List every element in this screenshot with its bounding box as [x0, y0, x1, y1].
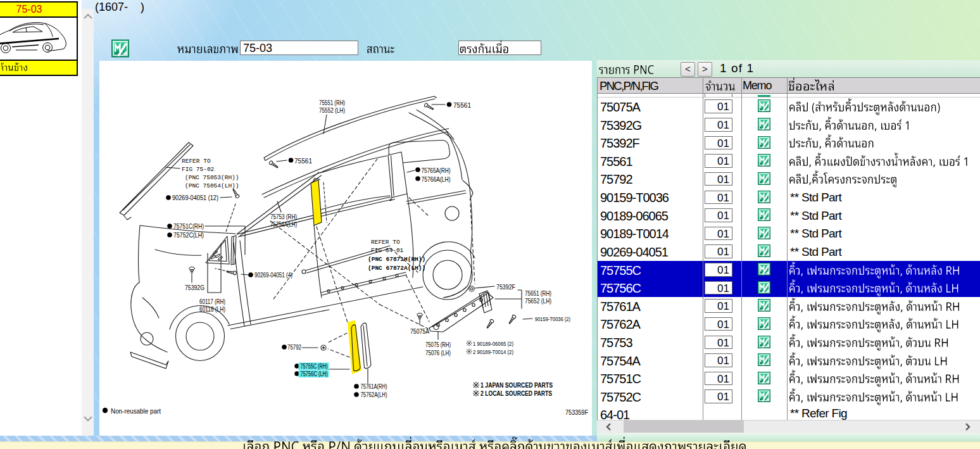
- svg-text:75762A(LH): 75762A(LH): [361, 391, 387, 398]
- svg-text:75751C(RH): 75751C(RH): [173, 222, 204, 230]
- svg-text:75076 (LH): 75076 (LH): [425, 349, 451, 357]
- svg-text:75752C(LH): 75752C(LH): [173, 231, 204, 239]
- svg-text:75075A: 75075A: [410, 327, 429, 335]
- svg-text:75075 (RH): 75075 (RH): [425, 341, 451, 348]
- svg-text:75766A(LH): 75766A(LH): [422, 175, 451, 183]
- svg-text:75792: 75792: [287, 344, 301, 351]
- svg-text:(PNC 67872A(LH)): (PNC 67872A(LH)): [368, 265, 425, 272]
- svg-text:REFER TO: REFER TO: [371, 239, 400, 246]
- svg-text:75551 (RH): 75551 (RH): [319, 99, 345, 106]
- svg-text:(PNC 75053(RH)): (PNC 75053(RH)): [185, 174, 239, 181]
- svg-text:REFER TO: REFER TO: [182, 158, 211, 165]
- svg-text:90269-04051 (4): 90269-04051 (4): [254, 272, 292, 279]
- svg-text:2 90189-T0014 (2): 2 90189-T0014 (2): [473, 348, 513, 355]
- svg-text:75753 (RH): 75753 (RH): [270, 213, 297, 220]
- svg-text:(PNC 67871H(RH)): (PNC 67871H(RH)): [368, 256, 425, 263]
- svg-text:2 LOCAL SOURCED PARTS: 2 LOCAL SOURCED PARTS: [481, 389, 552, 397]
- svg-text:75392G: 75392G: [185, 284, 204, 291]
- svg-text:1 90189-06065 (2): 1 90189-06065 (2): [473, 340, 513, 347]
- svg-text:1 JAPAN SOURCED PARTS: 1 JAPAN SOURCED PARTS: [481, 381, 553, 389]
- svg-text:75651 (RH): 75651 (RH): [525, 289, 551, 297]
- svg-text:75754A(LH): 75754A(LH): [270, 220, 297, 228]
- svg-text:60117 (RH): 60117 (RH): [199, 298, 225, 305]
- svg-text:60118 (LH): 60118 (LH): [199, 305, 225, 313]
- svg-text:75652 (LH): 75652 (LH): [525, 297, 551, 305]
- svg-text:75552 (LH): 75552 (LH): [319, 106, 345, 114]
- svg-text:FIG 75-02: FIG 75-02: [182, 166, 215, 173]
- svg-text:75561: 75561: [453, 101, 471, 109]
- svg-text:Non-reusable part: Non-reusable part: [111, 407, 161, 415]
- svg-text:90269-04051 (12): 90269-04051 (12): [172, 194, 218, 201]
- svg-text:90159-T0036 (2): 90159-T0036 (2): [535, 315, 570, 322]
- svg-text:75756C (LH): 75756C (LH): [301, 370, 328, 377]
- svg-text:75765A(RH): 75765A(RH): [422, 167, 451, 174]
- svg-text:75761A(RH): 75761A(RH): [361, 383, 387, 390]
- svg-text:75392F: 75392F: [496, 283, 515, 291]
- svg-text:75561: 75561: [294, 157, 312, 165]
- svg-text:75755C (RH): 75755C (RH): [301, 363, 328, 370]
- svg-text:FIG 64-01: FIG 64-01: [371, 247, 404, 254]
- svg-text:753359F: 753359F: [565, 408, 588, 416]
- svg-text:(PNC 75054(LH)): (PNC 75054(LH)): [185, 182, 239, 189]
